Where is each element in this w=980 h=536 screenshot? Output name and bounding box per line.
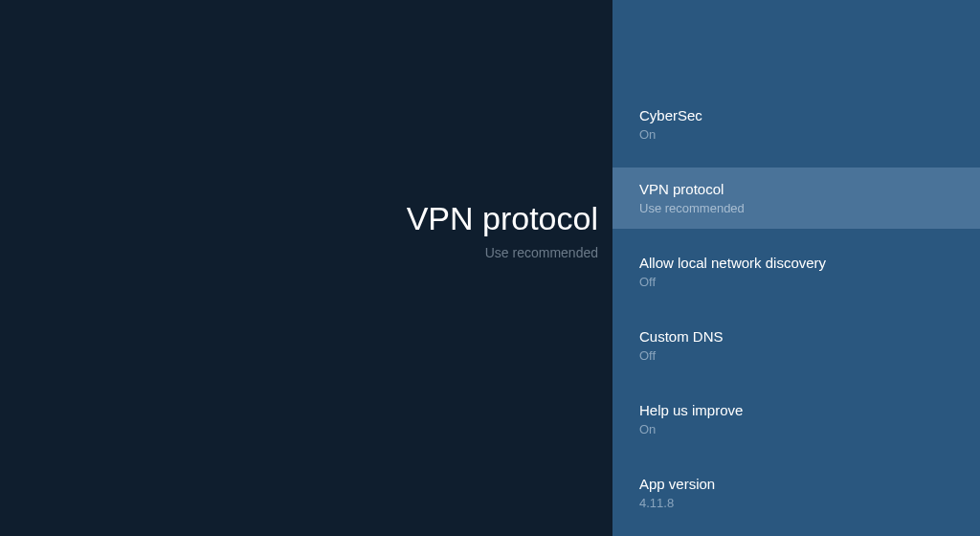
menu-item-title: CyberSec xyxy=(639,107,953,123)
settings-menu: CyberSec On VPN protocol Use recommended… xyxy=(612,0,980,536)
menu-item-title: Allow local network discovery xyxy=(639,255,953,271)
menu-item-local-network[interactable]: Allow local network discovery Off xyxy=(612,241,980,302)
menu-item-value: On xyxy=(639,127,953,142)
menu-item-title: Custom DNS xyxy=(639,328,953,345)
menu-item-value: 4.11.8 xyxy=(639,496,953,510)
menu-item-help-improve[interactable]: Help us improve On xyxy=(612,389,980,450)
detail-title: VPN protocol xyxy=(407,200,598,237)
menu-item-custom-dns[interactable]: Custom DNS Off xyxy=(612,315,980,376)
menu-item-title: App version xyxy=(639,476,953,492)
menu-item-value: Off xyxy=(639,275,953,289)
menu-item-title: Help us improve xyxy=(639,402,953,418)
menu-item-cybersec[interactable]: CyberSec On xyxy=(612,94,980,155)
menu-item-app-version[interactable]: App version 4.11.8 xyxy=(612,462,980,524)
menu-item-value: On xyxy=(639,422,953,436)
detail-panel: VPN protocol Use recommended xyxy=(0,0,612,536)
menu-item-vpn-protocol[interactable]: VPN protocol Use recommended xyxy=(612,168,980,229)
detail-subtitle: Use recommended xyxy=(485,245,598,260)
menu-item-title: VPN protocol xyxy=(639,181,953,197)
menu-item-value: Use recommended xyxy=(639,201,953,215)
menu-item-value: Off xyxy=(639,348,953,363)
